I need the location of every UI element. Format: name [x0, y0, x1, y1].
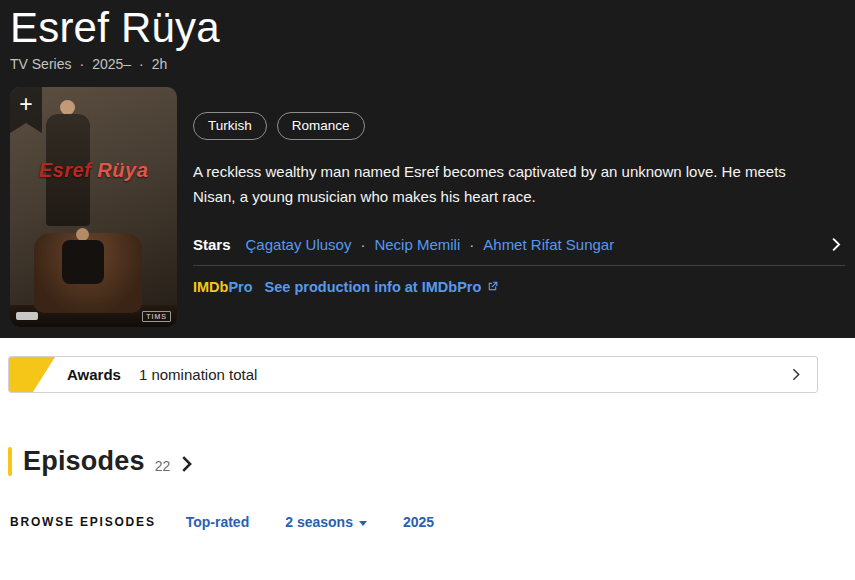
browse-episodes-row: BROWSE EPISODES Top-rated 2 seasons 2025: [10, 514, 855, 530]
meta-type: TV Series: [10, 56, 71, 72]
caret-down-icon: [359, 521, 367, 526]
seasons-dropdown[interactable]: 2 seasons: [285, 514, 367, 530]
plot-summary: A reckless wealthy man named Esref becom…: [193, 159, 821, 210]
watchlist-add-button[interactable]: +: [10, 87, 42, 133]
imdbpro-row: IMDbPro See production info at IMDbPro: [193, 266, 845, 295]
imdbpro-link[interactable]: See production info at IMDbPro: [265, 279, 500, 295]
star-separator: ·: [360, 236, 365, 253]
poster-art-woman: [60, 100, 75, 115]
star-link[interactable]: Ahmet Rifat Sungar: [483, 236, 614, 253]
hero-body: Esref Rüya TIMS + Turkish Romance A reck…: [10, 87, 845, 327]
meta-separator: ·: [79, 56, 84, 72]
poster[interactable]: Esref Rüya TIMS +: [10, 87, 177, 327]
award-ribbon-accent: [9, 357, 55, 392]
episodes-section-header[interactable]: Episodes 22: [8, 446, 855, 477]
meta-separator: ·: [139, 56, 144, 72]
star-link[interactable]: Çagatay Ulusoy: [246, 236, 352, 253]
title-details: Turkish Romance A reckless wealthy man n…: [193, 87, 845, 327]
genre-chips: Turkish Romance: [193, 112, 845, 140]
episodes-title: Episodes: [23, 446, 145, 477]
meta-years[interactable]: 2025–: [92, 56, 131, 72]
light-section: Awards 1 nomination total Episodes 22 BR…: [0, 338, 855, 580]
year-link[interactable]: 2025: [403, 514, 434, 530]
poster-art-man-body: [62, 240, 104, 284]
awards-text: 1 nomination total: [139, 366, 257, 383]
top-rated-link[interactable]: Top-rated: [186, 514, 250, 530]
imdbpro-logo: IMDbPro: [193, 279, 253, 295]
page-title: Esref Rüya: [10, 4, 845, 51]
title-metadata: TV Series · 2025– · 2h: [10, 56, 845, 72]
star-link[interactable]: Necip Memili: [374, 236, 460, 253]
title-hero-section: Esref Rüya TV Series · 2025– · 2h Esref …: [0, 0, 855, 338]
episodes-count: 22: [155, 458, 171, 474]
awards-banner[interactable]: Awards 1 nomination total: [8, 356, 818, 393]
meta-runtime: 2h: [152, 56, 168, 72]
awards-label: Awards: [67, 366, 121, 383]
studio-badge: TIMS: [142, 311, 171, 322]
genre-chip-romance[interactable]: Romance: [277, 112, 365, 140]
external-link-icon: [486, 280, 499, 293]
browse-episodes-label: BROWSE EPISODES: [10, 515, 156, 529]
network-logo: [16, 312, 38, 320]
chevron-right-icon[interactable]: [826, 235, 845, 254]
stars-row[interactable]: Stars Çagatay Ulusoy · Necip Memili · Ah…: [193, 224, 845, 266]
stars-label: Stars: [193, 236, 231, 253]
star-separator: ·: [469, 236, 474, 253]
genre-chip-turkish[interactable]: Turkish: [193, 112, 267, 140]
poster-title: Esref Rüya: [10, 159, 177, 182]
chevron-right-icon[interactable]: [787, 366, 804, 383]
yellow-accent-bar: [8, 447, 12, 476]
chevron-right-icon[interactable]: [175, 453, 197, 475]
plus-icon: +: [19, 87, 32, 133]
